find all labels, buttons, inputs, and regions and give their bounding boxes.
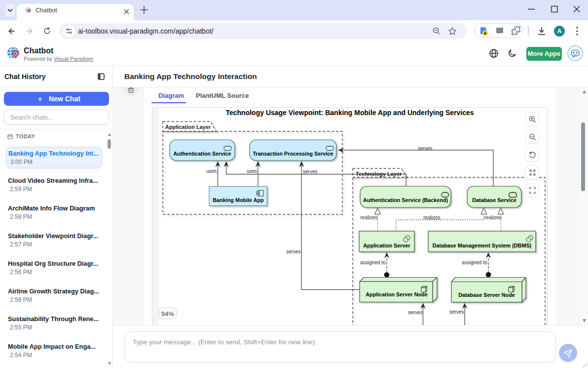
svg-text:assigned to: assigned to — [360, 260, 386, 265]
svg-text:serves: serves — [449, 309, 464, 315]
svg-text:serves: serves — [408, 310, 422, 315]
svg-text:Authentication Service: Authentication Service — [174, 151, 231, 157]
svg-text:realizes: realizes — [423, 215, 440, 220]
svg-text:Application Server Node: Application Server Node — [366, 291, 427, 297]
svg-text:uses: uses — [206, 168, 217, 174]
svg-text:Banking Mobile App: Banking Mobile App — [213, 197, 264, 203]
svg-text:realizes: realizes — [361, 215, 377, 220]
svg-text:serves: serves — [286, 249, 300, 254]
svg-text:Database Service: Database Service — [472, 197, 516, 203]
svg-text:serves: serves — [303, 169, 317, 174]
svg-text:Authentication Service (Backen: Authentication Service (Backend) — [363, 197, 448, 203]
svg-text:Application Server: Application Server — [363, 243, 410, 248]
svg-text:assigned to: assigned to — [462, 260, 487, 265]
svg-text:Transaction Processing Service: Transaction Processing Service — [253, 151, 333, 157]
svg-text:Database Management System (DB: Database Management System (DBMS) — [433, 243, 532, 248]
svg-text:realizes: realizes — [484, 215, 501, 220]
svg-text:serves: serves — [418, 146, 432, 151]
svg-text:Application Layer: Application Layer — [165, 124, 211, 130]
svg-text:Technology Usage Viewpoint: Ba: Technology Usage Viewpoint: Banking Mobi… — [225, 109, 474, 117]
svg-text:uses: uses — [247, 168, 257, 174]
svg-text:Technology Layer: Technology Layer — [356, 171, 402, 177]
svg-text:Database Server Node: Database Server Node — [458, 292, 515, 298]
